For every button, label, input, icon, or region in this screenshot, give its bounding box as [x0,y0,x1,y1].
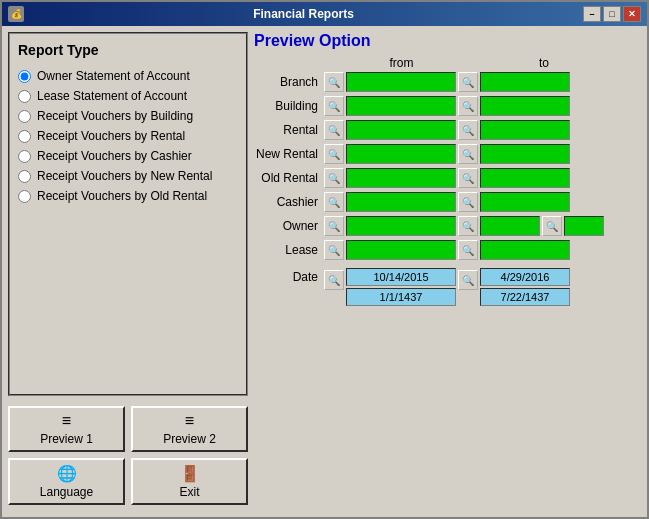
bottom-buttons: ≡ Preview 1 ≡ Preview 2 🌐 Language 🚪 Exi… [8,400,248,511]
date-from-top[interactable]: 10/14/2015 [346,268,456,286]
owner-row: Owner 🔍 🔍 🔍 [254,216,641,236]
radio-label-vouchers-cashier: Receipt Vouchers by Cashier [37,149,192,163]
branch-from-input[interactable] [346,72,456,92]
radio-vouchers-new-rental[interactable]: Receipt Vouchers by New Rental [18,166,238,186]
radio-label-lease-statement: Lease Statement of Account [37,89,187,103]
radio-vouchers-rental[interactable]: Receipt Vouchers by Rental [18,126,238,146]
exit-label: Exit [179,485,199,499]
radio-lease-statement[interactable]: Lease Statement of Account [18,86,238,106]
new-rental-to-input[interactable] [480,144,570,164]
radio-label-vouchers-old-rental: Receipt Vouchers by Old Rental [37,189,207,203]
date-from-bottom[interactable]: 1/1/1437 [346,288,456,306]
exit-button[interactable]: 🚪 Exit [131,458,248,505]
radio-owner-statement[interactable]: Owner Statement of Account [18,66,238,86]
right-panel: Preview Option from to Branch 🔍 🔍 Buildi… [254,32,641,511]
radio-vouchers-cashier[interactable]: Receipt Vouchers by Cashier [18,146,238,166]
radio-vouchers-building[interactable]: Receipt Vouchers by Building [18,106,238,126]
date-to-top[interactable]: 4/29/2016 [480,268,570,286]
cashier-to-input[interactable] [480,192,570,212]
from-header: from [324,56,479,70]
preview2-button[interactable]: ≡ Preview 2 [131,406,248,452]
old-rental-to-search[interactable]: 🔍 [458,168,478,188]
lease-from-search[interactable]: 🔍 [324,240,344,260]
preview1-label: Preview 1 [40,432,93,446]
old-rental-to-input[interactable] [480,168,570,188]
owner-mid-search[interactable]: 🔍 [458,216,478,236]
exit-icon: 🚪 [180,464,200,483]
owner-to-search[interactable]: 🔍 [542,216,562,236]
lease-to-search[interactable]: 🔍 [458,240,478,260]
app-icon: 💰 [8,6,24,22]
maximize-button[interactable]: □ [603,6,621,22]
building-row: Building 🔍 🔍 [254,96,641,116]
owner-from-search[interactable]: 🔍 [324,216,344,236]
building-from-search[interactable]: 🔍 [324,96,344,116]
rental-from-input[interactable] [346,120,456,140]
new-rental-to-search[interactable]: 🔍 [458,144,478,164]
preview-option-title: Preview Option [254,32,641,50]
branch-to-input[interactable] [480,72,570,92]
language-label: Language [40,485,93,499]
radio-label-owner: Owner Statement of Account [37,69,190,83]
preview1-button[interactable]: ≡ Preview 1 [8,406,125,452]
date-to-search[interactable]: 🔍 [458,270,478,290]
radio-label-vouchers-building: Receipt Vouchers by Building [37,109,193,123]
lease-row: Lease 🔍 🔍 [254,240,641,260]
branch-label: Branch [254,75,322,89]
cashier-label: Cashier [254,195,322,209]
cashier-to-search[interactable]: 🔍 [458,192,478,212]
date-label: Date [254,268,322,284]
owner-label: Owner [254,219,322,233]
rental-from-search[interactable]: 🔍 [324,120,344,140]
window-title: Financial Reports [24,7,583,21]
old-rental-row: Old Rental 🔍 🔍 [254,168,641,188]
rental-label: Rental [254,123,322,137]
from-to-header: from to [324,56,641,70]
rental-row: Rental 🔍 🔍 [254,120,641,140]
branch-from-search[interactable]: 🔍 [324,72,344,92]
building-from-input[interactable] [346,96,456,116]
title-bar: 💰 Financial Reports – □ ✕ [2,2,647,26]
new-rental-label: New Rental [254,147,322,161]
new-rental-row: New Rental 🔍 🔍 [254,144,641,164]
lease-to-input[interactable] [480,240,570,260]
owner-from-input[interactable] [346,216,456,236]
title-controls: – □ ✕ [583,6,641,22]
date-row: Date 🔍 10/14/2015 1/1/1437 🔍 4/29/2016 7… [254,268,641,306]
new-rental-from-input[interactable] [346,144,456,164]
preview1-icon: ≡ [62,412,71,430]
cashier-from-input[interactable] [346,192,456,212]
language-icon: 🌐 [57,464,77,483]
building-label: Building [254,99,322,113]
preview2-icon: ≡ [185,412,194,430]
preview2-label: Preview 2 [163,432,216,446]
cashier-row: Cashier 🔍 🔍 [254,192,641,212]
report-type-box: Report Type Owner Statement of Account L… [8,32,248,396]
building-to-search[interactable]: 🔍 [458,96,478,116]
radio-vouchers-old-rental[interactable]: Receipt Vouchers by Old Rental [18,186,238,206]
radio-label-vouchers-rental: Receipt Vouchers by Rental [37,129,185,143]
owner-to-input[interactable] [564,216,604,236]
lease-label: Lease [254,243,322,257]
branch-to-search[interactable]: 🔍 [458,72,478,92]
date-from-search[interactable]: 🔍 [324,270,344,290]
old-rental-label: Old Rental [254,171,322,185]
rental-to-input[interactable] [480,120,570,140]
main-window: 💰 Financial Reports – □ ✕ Report Type Ow… [0,0,649,519]
lease-from-input[interactable] [346,240,456,260]
content-area: Report Type Owner Statement of Account L… [2,26,647,517]
close-button[interactable]: ✕ [623,6,641,22]
old-rental-from-search[interactable]: 🔍 [324,168,344,188]
new-rental-from-search[interactable]: 🔍 [324,144,344,164]
cashier-from-search[interactable]: 🔍 [324,192,344,212]
date-to-bottom[interactable]: 7/22/1437 [480,288,570,306]
rental-to-search[interactable]: 🔍 [458,120,478,140]
building-to-input[interactable] [480,96,570,116]
owner-mid-input[interactable] [480,216,540,236]
minimize-button[interactable]: – [583,6,601,22]
old-rental-from-input[interactable] [346,168,456,188]
branch-row: Branch 🔍 🔍 [254,72,641,92]
language-button[interactable]: 🌐 Language [8,458,125,505]
left-panel: Report Type Owner Statement of Account L… [8,32,248,511]
to-header: to [479,56,609,70]
